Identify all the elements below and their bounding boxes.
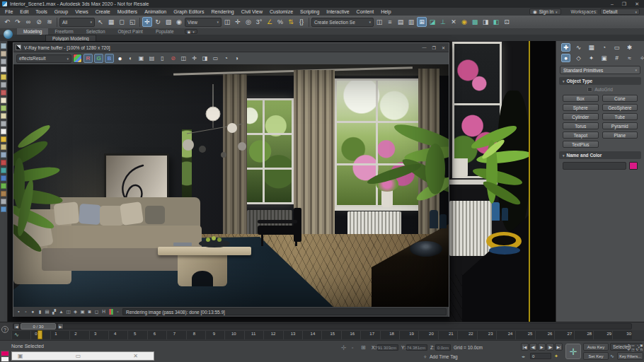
left-toolbar-icon[interactable] [1,175,6,181]
sign-in-button[interactable]: ◉ Sign In ▾ [529,8,560,15]
object-type-button[interactable]: Torus [563,122,599,129]
vfb-tool-icon[interactable]: ✿ [73,54,82,63]
command-panel-tab-icon[interactable]: ✚ [561,43,570,52]
time-slider-track[interactable] [13,323,632,329]
vfb-tool-icon[interactable]: ▤ [147,54,156,63]
snap-tool-icon[interactable]: 3° [254,17,264,27]
left-toolbar-icon[interactable] [1,98,6,103]
vfb-tool-icon[interactable]: B [105,54,114,63]
left-toolbar-icon[interactable] [1,74,6,80]
nav-icon[interactable]: ◳ [631,348,635,351]
menu-item[interactable]: Group [51,9,71,14]
help-icon[interactable]: ? [1,326,8,333]
vfb-close-button[interactable]: ✕ [442,45,445,50]
object-type-button[interactable]: Sphere [563,104,599,111]
snap-tool-icon[interactable]: ◫ [222,17,232,27]
vfb-status-icon[interactable]: ◈ [72,309,79,315]
ribbon-tab[interactable]: Modeling [17,28,48,35]
mini-curve-editor-icon[interactable]: ∿ [14,332,19,338]
snap-tool-icon[interactable]: ◎ [243,17,253,27]
left-toolbar-icon[interactable] [1,144,6,150]
object-color-swatch[interactable] [629,162,638,170]
listener-strip[interactable] [1,356,9,362]
next-frame-button[interactable]: ▶ [57,323,64,329]
left-toolbar-icon[interactable] [1,160,6,165]
menu-item[interactable]: Tools [32,9,50,14]
create-category-icon[interactable]: ≈ [625,54,634,62]
menu-item[interactable]: Graph Editors [170,9,207,14]
vfb-status-icon[interactable]: ◫ [65,309,71,315]
absolute-mode-icon[interactable]: ⊞ [361,344,366,351]
nav-icon[interactable]: ▭ [631,344,635,347]
toolbar-icon[interactable]: ◱ [127,17,137,27]
playback-button[interactable]: |▶ [546,343,554,351]
transform-tool-icon[interactable]: ▧ [163,17,173,27]
vfb-tool-icon[interactable]: ◐ [126,54,135,63]
menu-item[interactable]: Rendering [207,9,237,14]
object-type-button[interactable]: Tube [602,113,638,120]
toolbar-icon[interactable]: ↶ [2,17,12,27]
x-coordinate-field[interactable]: 791.303cm [377,344,398,351]
menu-item[interactable]: Views [71,9,92,14]
maximize-button[interactable]: ❐ [622,1,626,7]
menu-item[interactable]: Content [353,9,378,14]
key-mode-icon[interactable]: ✦ [554,354,558,359]
vfb-tool-icon[interactable]: ⊘ [168,54,178,63]
current-frame-field[interactable]: 0 [530,353,551,359]
nav-icon[interactable]: ✛ [627,348,631,351]
vfb-tool-icon[interactable]: G [94,54,103,63]
playback-button[interactable]: ◀| [529,343,537,351]
transform-tool-icon[interactable]: ✛ [142,17,152,27]
snap-tool-icon[interactable]: ✛ [233,17,243,27]
vfb-titlebar[interactable]: V-Ray frame buffer - [100% of 1280 x 720… [13,43,449,52]
vfb-status-icon[interactable]: H [100,309,107,315]
transform-tool-icon[interactable]: ◉ [174,17,184,27]
vfb-status-icon[interactable]: ▞ [51,309,57,315]
menu-item[interactable]: Scripting [297,9,323,14]
vfb-tool-icon[interactable]: ▯ [158,54,167,63]
create-category-icon[interactable]: ✧ [638,54,644,62]
object-type-button[interactable]: Cylinder [563,113,599,120]
nav-icon[interactable]: ↻ [636,348,639,351]
toolbar-icon[interactable]: ◉ [459,17,469,27]
left-toolbar-icon[interactable] [1,59,6,64]
toolbar-icon[interactable]: ◨ [481,17,490,27]
macro-recorder-strip[interactable] [1,351,9,356]
toolbar-icon[interactable]: ≡ [385,17,395,27]
toolbar-icon[interactable]: ▩ [470,17,480,27]
object-type-button[interactable]: Plane [602,132,638,139]
create-category-icon[interactable]: ◇ [574,54,583,62]
toolbar-icon[interactable]: ▤ [396,17,406,27]
menu-item[interactable]: Create [92,9,114,14]
ribbon-display-dropdown[interactable]: ▣▾ [185,29,197,34]
key-filters-button[interactable]: Key Filters... [617,352,643,360]
snap-tool-icon[interactable]: % [275,17,285,27]
ribbon-tab[interactable]: Populate [149,28,180,35]
playback-button[interactable]: ▶ [538,343,546,351]
command-panel-tab-icon[interactable]: ◔ [599,43,609,52]
toolbar-icon[interactable]: ⊡ [502,17,512,27]
object-type-button[interactable]: Box [563,95,599,102]
toolbar-icon[interactable]: ↖ [96,17,105,27]
name-and-color-rollout[interactable]: ▾ Name and Color [559,151,641,159]
menu-item[interactable]: Civil View [238,9,266,14]
vfb-status-icon[interactable]: ● [30,309,36,315]
nav-icon[interactable]: ◔ [636,344,639,347]
z-coordinate-field[interactable]: 0.0cm [435,344,451,351]
selection-filter-dropdown[interactable]: All▾ [59,18,95,27]
reference-coordinate-dropdown[interactable]: View▾ [185,18,222,27]
vfb-tool-icon[interactable]: ◫ [179,54,188,63]
left-toolbar-icon[interactable] [1,129,6,134]
left-toolbar-icon[interactable] [1,199,6,204]
vfb-maximize-button[interactable]: ❐ [432,45,436,50]
vfb-status-icon[interactable]: ▌ [108,309,114,315]
create-category-icon[interactable]: ▣ [599,54,609,62]
auto-key-button[interactable]: Auto Key [583,343,609,351]
playback-button[interactable]: ▶| [555,343,563,351]
toolbar-icon[interactable]: ◪ [427,17,437,27]
named-selection-set-field[interactable]: Create Selection Se▾ [311,18,374,27]
listener-icon[interactable]: ✕ [133,353,138,359]
ribbon-tab[interactable]: Freeform [48,28,79,35]
nav-icon[interactable]: ± [627,344,631,347]
vfb-status-icon[interactable]: ▫ [115,309,121,315]
